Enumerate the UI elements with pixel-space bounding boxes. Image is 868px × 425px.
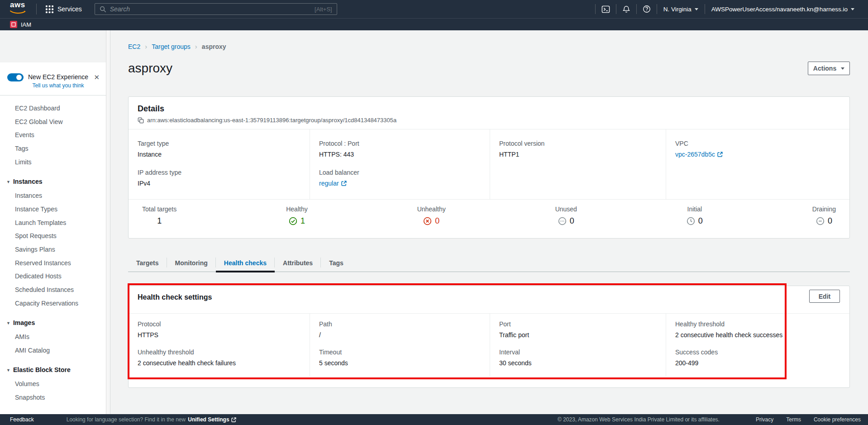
edit-button[interactable]: Edit: [809, 290, 840, 303]
stat-healthy: Healthy 1: [286, 205, 307, 238]
favorites-bar: IAM: [0, 18, 868, 30]
tab-tags[interactable]: Tags: [321, 255, 352, 272]
protocol-port-value: HTTPS: 443: [319, 150, 485, 158]
tab-health-checks[interactable]: Health checks: [216, 255, 275, 272]
stat-label: Initial: [687, 205, 703, 213]
sidebar-item-ec2-dashboard[interactable]: EC2 Dashboard: [0, 102, 107, 115]
aws-logo[interactable]: aws: [10, 2, 30, 16]
sidebar-item-tags[interactable]: Tags: [0, 142, 107, 156]
sidebar: New EC2 Experience Tell us what you thin…: [0, 30, 110, 414]
tab-attributes[interactable]: Attributes: [275, 255, 321, 272]
sidebar-item-limits[interactable]: Limits: [0, 156, 107, 169]
stat-total-targets: Total targets 1: [142, 205, 176, 238]
field-label: Port: [499, 320, 661, 328]
caret-down-icon: [851, 8, 854, 10]
sidebar-section-images[interactable]: Images: [0, 316, 107, 331]
tab-bar: Targets Monitoring Health checks Attribu…: [128, 255, 850, 272]
sidebar-section-elastic-block-store[interactable]: Elastic Block Store: [0, 363, 107, 378]
terms-link[interactable]: Terms: [786, 416, 801, 423]
hc-protocol-value: HTTPS: [138, 331, 305, 339]
sidebar-item-launch-templates[interactable]: Launch Templates: [0, 216, 107, 230]
sidebar-item-ec2-global-view[interactable]: EC2 Global View: [0, 115, 107, 129]
notifications-button[interactable]: [616, 5, 636, 14]
services-menu-button[interactable]: Services: [43, 5, 85, 13]
question-mark-icon: [643, 5, 651, 13]
section-caret-icon: [6, 364, 10, 377]
sidebar-item-dedicated-hosts[interactable]: Dedicated Hosts: [0, 270, 107, 283]
sidebar-section-label: Elastic Block Store: [13, 366, 71, 373]
hc-port-value: Traffic port: [499, 331, 661, 339]
external-link-icon: [717, 152, 723, 157]
sidebar-item-ami-catalog[interactable]: AMI Catalog: [0, 344, 107, 358]
details-title: Details: [138, 104, 840, 114]
sidebar-item-reserved-instances[interactable]: Reserved Instances: [0, 257, 107, 270]
edit-button-label: Edit: [819, 293, 830, 300]
stat-unused: Unused 0: [555, 205, 577, 238]
sidebar-item-events[interactable]: Events: [0, 129, 107, 142]
breadcrumb-target-groups-link[interactable]: Target groups: [152, 43, 191, 50]
field-label: Success codes: [675, 348, 845, 356]
breadcrumb: EC2 › Target groups › asproxy: [128, 30, 850, 50]
field-label: VPC: [675, 139, 845, 148]
sidebar-item-spot-requests[interactable]: Spot Requests: [0, 229, 107, 243]
region-selector[interactable]: N. Virginia: [657, 6, 705, 13]
stat-value: 0: [698, 216, 703, 226]
hc-path-value: /: [319, 331, 485, 339]
field-label: IP address type: [138, 168, 305, 177]
stat-label: Healthy: [286, 205, 307, 213]
target-type-value: Instance: [138, 150, 305, 158]
help-button[interactable]: [637, 5, 657, 13]
sidebar-item-instance-types[interactable]: Instance Types: [0, 203, 107, 216]
account-label: AWSPowerUserAccess/navaneeth.kn@harness.…: [711, 6, 848, 13]
details-card: Details arn:aws:elasticloadbalancing:us-…: [128, 96, 850, 239]
copy-icon[interactable]: [138, 117, 144, 124]
page-title: asproxy: [128, 61, 172, 76]
tab-monitoring[interactable]: Monitoring: [167, 255, 216, 272]
sidebar-section-label: Images: [13, 319, 35, 326]
search-input[interactable]: [110, 5, 311, 13]
field-label: Unhealthy threshold: [138, 348, 305, 356]
caret-down-icon: [695, 8, 698, 10]
sidebar-item-snapshots[interactable]: Snapshots: [0, 391, 107, 405]
stat-initial: Initial 0: [687, 205, 703, 238]
healthy-check-circle-icon: [289, 217, 297, 225]
feedback-link[interactable]: Feedback: [10, 416, 34, 423]
stat-label: Total targets: [142, 205, 176, 213]
sidebar-item-instances[interactable]: Instances: [0, 189, 107, 203]
top-navigation-bar: aws Services [Alt+S]: [0, 0, 868, 18]
breadcrumb-ec2-link[interactable]: EC2: [128, 43, 140, 50]
stat-label: Unused: [555, 205, 577, 213]
new-experience-toggle[interactable]: [7, 73, 24, 81]
global-search[interactable]: [Alt+S]: [95, 3, 337, 15]
sidebar-section-label: Instances: [13, 178, 43, 185]
cookie-preferences-link[interactable]: Cookie preferences: [814, 416, 861, 423]
stat-value: 1: [157, 216, 162, 226]
close-icon[interactable]: ✕: [94, 74, 100, 81]
new-experience-label: New EC2 Experience: [28, 72, 88, 81]
sidebar-section-instances[interactable]: Instances: [0, 175, 107, 190]
unhealthy-x-circle-icon: [423, 217, 432, 225]
tell-us-link[interactable]: Tell us what you think: [28, 82, 88, 89]
field-label: Protocol version: [499, 139, 661, 148]
initial-clock-circle-icon: [687, 217, 695, 225]
field-label: Load balancer: [319, 168, 485, 177]
cloudshell-button[interactable]: [596, 5, 616, 14]
unified-settings-link[interactable]: Unified Settings: [188, 416, 236, 423]
sidebar-item-savings-plans[interactable]: Savings Plans: [0, 243, 107, 257]
tab-targets[interactable]: Targets: [128, 255, 167, 272]
sidebar-item-scheduled-instances[interactable]: Scheduled Instances: [0, 283, 107, 297]
vpc-value: vpc-2657db5c: [675, 150, 715, 158]
load-balancer-link[interactable]: regular: [319, 179, 347, 187]
field-label: Timeout: [319, 348, 485, 356]
sidebar-item-volumes[interactable]: Volumes: [0, 377, 107, 391]
actions-button[interactable]: Actions: [808, 62, 850, 75]
search-shortcut-hint: [Alt+S]: [315, 6, 332, 13]
sidebar-item-capacity-reservations[interactable]: Capacity Reservations: [0, 297, 107, 310]
footer-bar: Feedback Looking for language selection?…: [0, 414, 868, 425]
favorite-iam-link[interactable]: IAM: [10, 21, 31, 28]
health-check-settings-card: Health check settings Edit ProtocolHTTPS…: [128, 286, 850, 388]
sidebar-item-amis[interactable]: AMIs: [0, 330, 107, 344]
account-menu[interactable]: AWSPowerUserAccess/navaneeth.kn@harness.…: [705, 6, 861, 13]
privacy-link[interactable]: Privacy: [756, 416, 773, 423]
vpc-link[interactable]: vpc-2657db5c: [675, 150, 723, 158]
